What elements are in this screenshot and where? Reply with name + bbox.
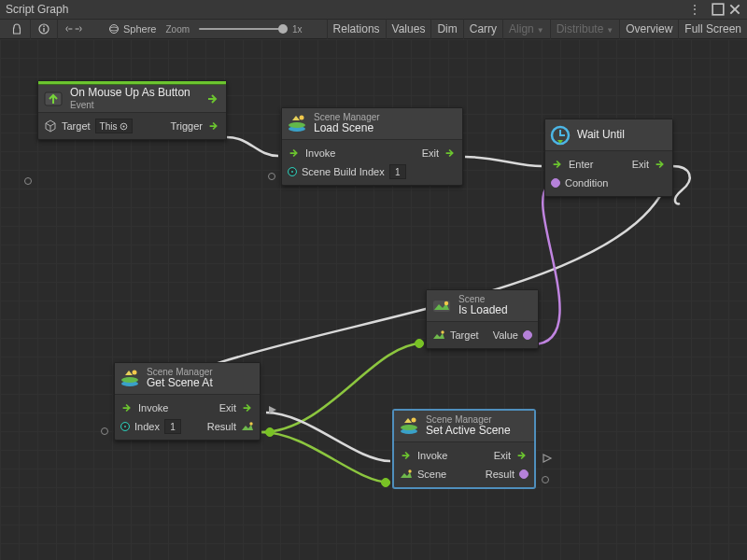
- svg-point-22: [412, 417, 416, 422]
- svg-point-15: [441, 330, 444, 333]
- zoom-slider[interactable]: [199, 28, 283, 30]
- toolbar-distribute[interactable]: Distribute▼: [550, 19, 620, 39]
- node-wait-until[interactable]: Wait Until Enter Exit Condition: [544, 119, 673, 197]
- svg-point-10: [289, 122, 305, 128]
- ext-port[interactable]: [268, 173, 275, 180]
- index-field[interactable]: 1: [164, 419, 181, 434]
- target-object-name: Sphere: [123, 23, 156, 35]
- condition-label: Condition: [565, 177, 608, 189]
- exit-port[interactable]: [515, 449, 529, 462]
- flow-out-icon: [542, 453, 553, 464]
- node-title: Get Scene At: [147, 377, 213, 390]
- node-on-mouse-up[interactable]: On Mouse Up As Button Event Target This: [37, 80, 227, 140]
- toolbar-overview[interactable]: Overview: [619, 19, 678, 39]
- exit-port[interactable]: [241, 401, 254, 414]
- flow-out-icon: [205, 91, 220, 106]
- node-title: Set Active Scene: [426, 425, 511, 438]
- svg-point-14: [444, 301, 448, 304]
- ext-port[interactable]: [542, 476, 549, 483]
- event-icon: [42, 88, 64, 110]
- window-options-icon[interactable]: ⋮: [689, 3, 702, 16]
- scene-mini-icon: [400, 468, 413, 481]
- ext-port[interactable]: [101, 427, 108, 435]
- exit-label: Exit: [219, 402, 236, 413]
- enter-port[interactable]: [551, 158, 564, 171]
- window-title: Script Graph: [6, 3, 685, 16]
- node-title: On Mouse Up As Button: [70, 87, 190, 100]
- invoke-port[interactable]: [400, 449, 413, 462]
- index-label: Index: [134, 421, 160, 432]
- zoom-slider-knob[interactable]: [278, 24, 288, 34]
- target-field[interactable]: This: [95, 119, 134, 133]
- exit-label: Exit: [422, 147, 439, 159]
- scene-manager-icon: [398, 415, 420, 438]
- toolbar-relations[interactable]: Relations: [327, 19, 386, 39]
- build-index-label: Scene Build Index: [302, 166, 385, 177]
- scene-icon: [430, 295, 453, 317]
- result-port[interactable]: [265, 427, 275, 437]
- scene-mini-icon: [241, 420, 254, 433]
- scene-mini-icon: [432, 329, 445, 342]
- graph-mode-button[interactable]: [57, 19, 90, 39]
- node-set-active-scene[interactable]: Scene Manager Set Active Scene Invoke Ex…: [393, 410, 535, 488]
- lock-button[interactable]: [4, 19, 30, 39]
- target-object[interactable]: Sphere: [108, 23, 156, 35]
- condition-port[interactable]: [551, 178, 560, 188]
- svg-point-23: [408, 469, 411, 472]
- svg-point-21: [401, 425, 417, 430]
- enter-label: Enter: [569, 159, 593, 170]
- scene-manager-icon: [119, 368, 141, 390]
- svg-rect-0: [712, 4, 724, 15]
- invoke-label: Invoke: [138, 402, 168, 413]
- svg-point-11: [300, 115, 304, 119]
- window-close-icon[interactable]: [728, 3, 741, 16]
- svg-point-8: [123, 125, 125, 127]
- wait-icon: [549, 124, 571, 147]
- exit-port[interactable]: [654, 158, 667, 171]
- svg-point-19: [249, 422, 252, 425]
- toolbar-carry[interactable]: Carry: [463, 19, 502, 39]
- svg-point-18: [133, 370, 137, 374]
- info-button[interactable]: [30, 19, 57, 39]
- invoke-port[interactable]: [288, 147, 301, 160]
- node-title: Is Loaded: [458, 304, 508, 317]
- index-port[interactable]: [120, 422, 130, 431]
- window-minimize-icon[interactable]: [712, 3, 725, 16]
- scene-label: Scene: [417, 469, 446, 480]
- toolbar: Sphere Zoom 1x Relations Values Dim Carr…: [0, 19, 747, 39]
- target-label: Target: [450, 329, 479, 341]
- zoom-label: Zoom: [165, 24, 190, 35]
- trigger-label: Trigger: [171, 120, 203, 132]
- svg-point-4: [110, 25, 119, 34]
- svg-point-5: [110, 27, 119, 31]
- svg-rect-3: [43, 26, 44, 27]
- toolbar-dim[interactable]: Dim: [430, 19, 462, 39]
- node-is-loaded[interactable]: Scene Is Loaded Target Value: [426, 289, 539, 349]
- build-index-port[interactable]: [288, 167, 297, 176]
- cube-icon: [44, 119, 57, 133]
- ext-port[interactable]: [24, 177, 32, 185]
- value-port[interactable]: [523, 330, 532, 340]
- invoke-label: Invoke: [305, 147, 335, 159]
- target-label: Target: [62, 120, 91, 132]
- invoke-port[interactable]: [120, 401, 134, 414]
- node-load-scene[interactable]: Scene Manager Load Scene Invoke Exit Sce…: [281, 107, 463, 186]
- node-title: Wait Until: [577, 129, 625, 142]
- zoom-value: 1x: [292, 24, 303, 35]
- toolbar-values[interactable]: Values: [386, 19, 431, 39]
- ext-port[interactable]: [381, 478, 390, 487]
- graph-canvas[interactable]: On Mouse Up As Button Event Target This: [0, 39, 747, 560]
- ext-port[interactable]: [415, 339, 424, 348]
- result-label: Result: [486, 469, 514, 480]
- node-get-scene-at[interactable]: Scene Manager Get Scene At Invoke Exit I…: [114, 362, 261, 441]
- result-port[interactable]: [519, 469, 529, 479]
- result-label: Result: [207, 421, 236, 432]
- scene-manager-icon: [286, 113, 308, 135]
- trigger-port[interactable]: [207, 119, 220, 133]
- exit-label: Exit: [494, 450, 511, 461]
- toolbar-fullscreen[interactable]: Full Screen: [678, 19, 747, 39]
- svg-point-17: [121, 377, 138, 383]
- build-index-field[interactable]: 1: [389, 164, 406, 179]
- exit-port[interactable]: [444, 147, 457, 160]
- toolbar-align[interactable]: Align▼: [502, 19, 550, 39]
